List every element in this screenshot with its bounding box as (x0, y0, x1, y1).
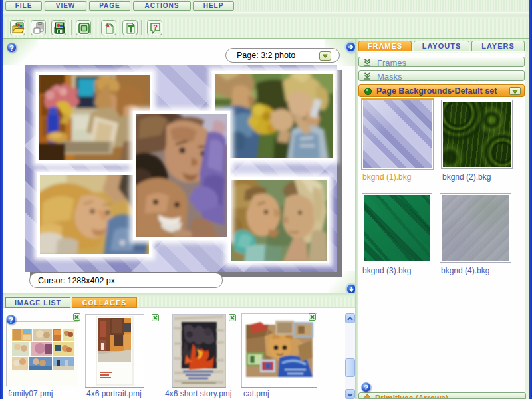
svg-text:?: ? (153, 23, 158, 31)
